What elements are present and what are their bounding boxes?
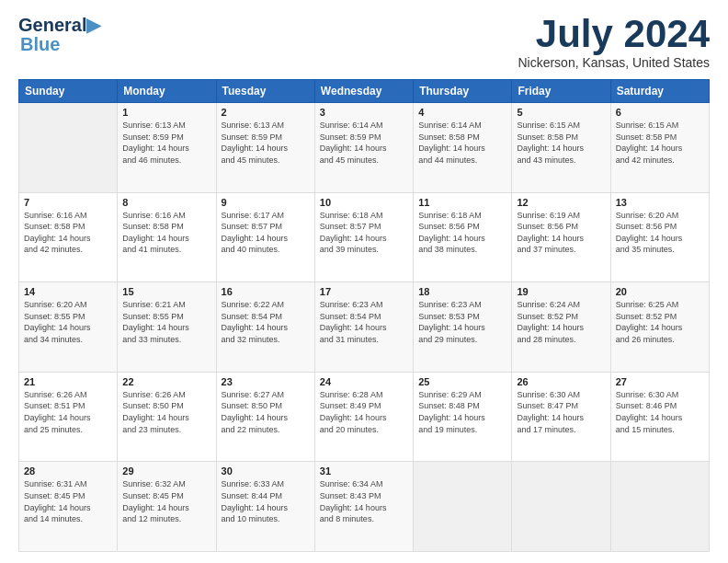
day-number: 8 xyxy=(122,197,210,208)
day-info: Sunrise: 6:24 AM Sunset: 8:52 PM Dayligh… xyxy=(517,299,605,345)
day-info: Sunrise: 6:28 AM Sunset: 8:49 PM Dayligh… xyxy=(320,389,408,435)
calendar-week-5: 28Sunrise: 6:31 AM Sunset: 8:45 PM Dayli… xyxy=(19,462,710,552)
day-info: Sunrise: 6:13 AM Sunset: 8:59 PM Dayligh… xyxy=(222,120,310,166)
header-sunday: Sunday xyxy=(19,80,118,103)
day-info: Sunrise: 6:21 AM Sunset: 8:55 PM Dayligh… xyxy=(122,299,210,345)
day-info: Sunrise: 6:26 AM Sunset: 8:50 PM Dayligh… xyxy=(122,389,210,435)
day-info: Sunrise: 6:25 AM Sunset: 8:52 PM Dayligh… xyxy=(616,299,704,345)
calendar-cell: 30Sunrise: 6:33 AM Sunset: 8:44 PM Dayli… xyxy=(216,462,314,552)
day-info: Sunrise: 6:26 AM Sunset: 8:51 PM Dayligh… xyxy=(24,389,112,435)
calendar-cell: 22Sunrise: 6:26 AM Sunset: 8:50 PM Dayli… xyxy=(118,372,216,462)
day-number: 17 xyxy=(320,286,408,297)
calendar-cell: 13Sunrise: 6:20 AM Sunset: 8:56 PM Dayli… xyxy=(610,192,709,282)
month-title: July 2024 xyxy=(518,15,710,53)
day-info: Sunrise: 6:31 AM Sunset: 8:45 PM Dayligh… xyxy=(24,478,112,524)
day-info: Sunrise: 6:19 AM Sunset: 8:56 PM Dayligh… xyxy=(517,210,605,256)
day-number: 30 xyxy=(222,465,310,477)
calendar-cell xyxy=(512,462,610,552)
day-number: 3 xyxy=(320,107,408,118)
day-info: Sunrise: 6:14 AM Sunset: 8:59 PM Dayligh… xyxy=(320,120,408,166)
calendar-cell: 5Sunrise: 6:15 AM Sunset: 8:58 PM Daylig… xyxy=(512,103,610,193)
location: Nickerson, Kansas, United States xyxy=(518,55,710,70)
day-info: Sunrise: 6:30 AM Sunset: 8:46 PM Dayligh… xyxy=(616,389,704,435)
day-number: 12 xyxy=(517,197,605,208)
day-number: 14 xyxy=(24,286,112,297)
calendar-cell: 12Sunrise: 6:19 AM Sunset: 8:56 PM Dayli… xyxy=(512,192,610,282)
day-number: 13 xyxy=(616,197,704,208)
day-info: Sunrise: 6:20 AM Sunset: 8:56 PM Dayligh… xyxy=(616,210,704,256)
calendar-cell: 4Sunrise: 6:14 AM Sunset: 8:58 PM Daylig… xyxy=(414,103,512,193)
calendar-cell: 7Sunrise: 6:16 AM Sunset: 8:58 PM Daylig… xyxy=(19,192,118,282)
calendar-header-row: Sunday Monday Tuesday Wednesday Thursday… xyxy=(19,80,710,103)
calendar-cell: 19Sunrise: 6:24 AM Sunset: 8:52 PM Dayli… xyxy=(512,282,610,373)
page: General▶ Blue July 2024 Nickerson, Kansa… xyxy=(0,0,728,563)
calendar-cell: 1Sunrise: 6:13 AM Sunset: 8:59 PM Daylig… xyxy=(118,103,216,193)
day-number: 27 xyxy=(616,376,704,387)
calendar-cell: 14Sunrise: 6:20 AM Sunset: 8:55 PM Dayli… xyxy=(19,282,118,373)
calendar-cell: 10Sunrise: 6:18 AM Sunset: 8:57 PM Dayli… xyxy=(314,192,413,282)
calendar-cell xyxy=(19,103,118,193)
day-number: 5 xyxy=(517,107,605,118)
day-number: 9 xyxy=(222,197,310,208)
day-number: 4 xyxy=(418,107,506,118)
day-number: 25 xyxy=(418,376,506,387)
day-number: 31 xyxy=(320,465,408,477)
header-thursday: Thursday xyxy=(414,80,512,103)
logo: General▶ Blue xyxy=(18,15,100,53)
day-number: 22 xyxy=(122,376,210,387)
calendar-cell: 31Sunrise: 6:34 AM Sunset: 8:43 PM Dayli… xyxy=(314,462,413,552)
day-number: 1 xyxy=(122,107,210,118)
day-number: 10 xyxy=(320,197,408,208)
calendar-cell: 25Sunrise: 6:29 AM Sunset: 8:48 PM Dayli… xyxy=(414,372,512,462)
calendar-cell: 27Sunrise: 6:30 AM Sunset: 8:46 PM Dayli… xyxy=(610,372,709,462)
day-number: 15 xyxy=(122,286,210,297)
day-info: Sunrise: 6:16 AM Sunset: 8:58 PM Dayligh… xyxy=(24,210,112,256)
calendar-cell: 11Sunrise: 6:18 AM Sunset: 8:56 PM Dayli… xyxy=(414,192,512,282)
day-info: Sunrise: 6:17 AM Sunset: 8:57 PM Dayligh… xyxy=(222,210,310,256)
day-info: Sunrise: 6:29 AM Sunset: 8:48 PM Dayligh… xyxy=(418,389,506,435)
logo-text: General▶ xyxy=(18,15,100,35)
day-number: 16 xyxy=(222,286,310,297)
calendar-cell xyxy=(610,462,709,552)
calendar-cell: 21Sunrise: 6:26 AM Sunset: 8:51 PM Dayli… xyxy=(19,372,118,462)
day-info: Sunrise: 6:20 AM Sunset: 8:55 PM Dayligh… xyxy=(24,299,112,345)
day-info: Sunrise: 6:15 AM Sunset: 8:58 PM Dayligh… xyxy=(517,120,605,166)
day-info: Sunrise: 6:18 AM Sunset: 8:56 PM Dayligh… xyxy=(418,210,506,256)
day-number: 28 xyxy=(24,465,112,477)
calendar-week-2: 7Sunrise: 6:16 AM Sunset: 8:58 PM Daylig… xyxy=(19,192,710,282)
day-info: Sunrise: 6:13 AM Sunset: 8:59 PM Dayligh… xyxy=(122,120,210,166)
day-number: 19 xyxy=(517,286,605,297)
header-tuesday: Tuesday xyxy=(216,80,314,103)
day-info: Sunrise: 6:16 AM Sunset: 8:58 PM Dayligh… xyxy=(122,210,210,256)
calendar-cell: 6Sunrise: 6:15 AM Sunset: 8:58 PM Daylig… xyxy=(610,103,709,193)
calendar-cell: 24Sunrise: 6:28 AM Sunset: 8:49 PM Dayli… xyxy=(314,372,413,462)
calendar-table: Sunday Monday Tuesday Wednesday Thursday… xyxy=(18,79,710,552)
calendar-week-3: 14Sunrise: 6:20 AM Sunset: 8:55 PM Dayli… xyxy=(19,282,710,373)
calendar-cell: 17Sunrise: 6:23 AM Sunset: 8:54 PM Dayli… xyxy=(314,282,413,373)
header-friday: Friday xyxy=(512,80,610,103)
calendar-cell: 26Sunrise: 6:30 AM Sunset: 8:47 PM Dayli… xyxy=(512,372,610,462)
header-saturday: Saturday xyxy=(610,80,709,103)
header-monday: Monday xyxy=(118,80,216,103)
day-number: 24 xyxy=(320,376,408,387)
calendar-cell: 15Sunrise: 6:21 AM Sunset: 8:55 PM Dayli… xyxy=(118,282,216,373)
calendar-cell: 8Sunrise: 6:16 AM Sunset: 8:58 PM Daylig… xyxy=(118,192,216,282)
calendar-week-4: 21Sunrise: 6:26 AM Sunset: 8:51 PM Dayli… xyxy=(19,372,710,462)
calendar-cell xyxy=(414,462,512,552)
calendar-cell: 2Sunrise: 6:13 AM Sunset: 8:59 PM Daylig… xyxy=(216,103,314,193)
day-number: 18 xyxy=(418,286,506,297)
header-wednesday: Wednesday xyxy=(314,80,413,103)
day-number: 26 xyxy=(517,376,605,387)
day-info: Sunrise: 6:23 AM Sunset: 8:53 PM Dayligh… xyxy=(418,299,506,345)
day-number: 6 xyxy=(616,107,704,118)
calendar-cell: 18Sunrise: 6:23 AM Sunset: 8:53 PM Dayli… xyxy=(414,282,512,373)
day-info: Sunrise: 6:18 AM Sunset: 8:57 PM Dayligh… xyxy=(320,210,408,256)
day-number: 29 xyxy=(122,465,210,477)
day-info: Sunrise: 6:23 AM Sunset: 8:54 PM Dayligh… xyxy=(320,299,408,345)
header: General▶ Blue July 2024 Nickerson, Kansa… xyxy=(18,15,710,70)
day-info: Sunrise: 6:34 AM Sunset: 8:43 PM Dayligh… xyxy=(320,478,408,524)
day-number: 20 xyxy=(616,286,704,297)
title-block: July 2024 Nickerson, Kansas, United Stat… xyxy=(518,15,710,70)
calendar-cell: 23Sunrise: 6:27 AM Sunset: 8:50 PM Dayli… xyxy=(216,372,314,462)
calendar-cell: 16Sunrise: 6:22 AM Sunset: 8:54 PM Dayli… xyxy=(216,282,314,373)
